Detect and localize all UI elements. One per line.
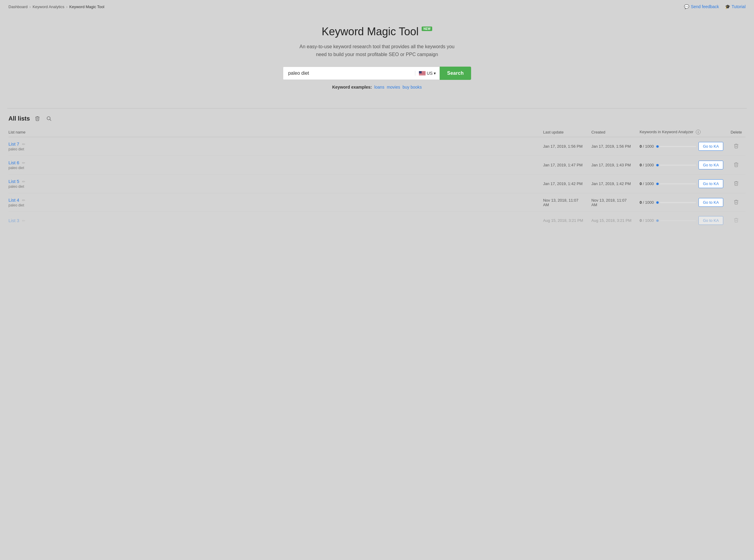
svg-point-14: [47, 117, 50, 120]
list-name-link-list4[interactable]: List 4: [8, 197, 19, 202]
breadcrumb-keyword-analytics[interactable]: Keyword Analytics: [33, 4, 64, 9]
cell-created-list6: Jan 17, 2019, 1:43 PM: [588, 156, 636, 175]
example-loans[interactable]: loans: [374, 85, 384, 89]
edit-icon-list4[interactable]: ✏: [22, 198, 25, 202]
list-tag-list6: paleo diet: [8, 166, 536, 170]
tutorial-link[interactable]: 🎓 Tutorial: [725, 4, 746, 9]
table-row: List 7 ✏ paleo diet Jan 17, 2019, 1:56 P…: [8, 137, 746, 156]
list-tag-list5: paleo diet: [8, 184, 536, 189]
go-to-ka-btn-list3[interactable]: Go to KA: [698, 216, 723, 225]
country-label: US: [427, 71, 432, 76]
delete-row-btn-list4[interactable]: [732, 198, 740, 207]
hero-title-wrap: Keyword Magic Tool NEW: [6, 25, 748, 38]
cell-list-name-list7: List 7 ✏ paleo diet: [8, 137, 540, 156]
list-tag-list4: paleo diet: [8, 203, 536, 207]
cell-created-list7: Jan 17, 2019, 1:56 PM: [588, 137, 636, 156]
delete-all-button[interactable]: [34, 115, 41, 122]
edit-icon-list7[interactable]: ✏: [22, 142, 25, 146]
cell-delete-list7: [727, 137, 746, 156]
go-to-ka-btn-list7[interactable]: Go to KA: [698, 142, 723, 151]
page-title: Keyword Magic Tool: [322, 25, 419, 38]
keywords-count-list3: 0 / 1000: [640, 218, 654, 223]
edit-icon-list3[interactable]: ✏: [22, 219, 25, 223]
svg-rect-7: [419, 74, 426, 74]
svg-rect-12: [419, 75, 426, 75]
svg-rect-9: [419, 74, 426, 75]
col-list-name: List name: [8, 127, 540, 137]
search-bar: US ▾ Search: [6, 66, 748, 80]
go-to-ka-btn-list5[interactable]: Go to KA: [698, 179, 723, 188]
cell-created-list5: Jan 17, 2019, 1:42 PM: [588, 175, 636, 193]
feedback-icon: 💬: [684, 4, 689, 9]
search-button[interactable]: Search: [440, 66, 471, 80]
keywords-info-icon[interactable]: i: [696, 129, 701, 135]
list-name-link-list3[interactable]: List 3: [8, 218, 19, 223]
cell-list-name-list6: List 6 ✏ paleo diet: [8, 156, 540, 175]
delete-row-btn-list3[interactable]: [732, 216, 740, 225]
cell-delete-list3: [727, 212, 746, 229]
svg-rect-8: [419, 74, 426, 74]
cell-last-update-list7: Jan 17, 2019, 1:56 PM: [540, 137, 588, 156]
tutorial-icon: 🎓: [725, 4, 730, 9]
search-input-container: US ▾: [283, 66, 440, 80]
hero-subtitle: An easy-to-use keyword research tool tha…: [6, 43, 748, 58]
list-name-link-list7[interactable]: List 7: [8, 141, 19, 146]
svg-rect-13: [419, 71, 422, 74]
send-feedback-link[interactable]: 💬 Send feedback: [684, 4, 719, 9]
progress-dot-list4: [656, 201, 659, 204]
breadcrumb-sep2: ›: [66, 4, 67, 9]
progress-bar-list3: [660, 220, 696, 221]
go-to-ka-btn-list6[interactable]: Go to KA: [698, 161, 723, 169]
cell-delete-list5: [727, 175, 746, 193]
table-row: List 3 ✏ Aug 15, 2018, 3:21 PM Aug 15, 2…: [8, 212, 746, 229]
delete-icon-list4: [734, 199, 739, 205]
lists-section: All lists List name Last update Created: [0, 108, 754, 235]
progress-bar-list6: [660, 164, 696, 166]
search-input[interactable]: [283, 67, 415, 80]
breadcrumb-dashboard[interactable]: Dashboard: [8, 4, 28, 9]
edit-icon-list6[interactable]: ✏: [22, 161, 25, 165]
delete-row-btn-list5[interactable]: [732, 179, 740, 188]
cell-created-list3: Aug 15, 2018, 3:21 PM: [588, 212, 636, 229]
progress-bar-list4: [660, 202, 696, 203]
cell-keywords-list5: 0 / 1000 Go to KA: [636, 175, 727, 193]
list-name-link-list5[interactable]: List 5: [8, 179, 19, 184]
progress-dot-list6: [656, 164, 659, 166]
keywords-count-list4: 0 / 1000: [640, 200, 654, 205]
progress-dot-list7: [656, 145, 659, 148]
table-row: List 5 ✏ paleo diet Jan 17, 2019, 1:42 P…: [8, 175, 746, 193]
cell-list-name-list4: List 4 ✏ paleo diet: [8, 193, 540, 212]
search-icon: [46, 116, 52, 121]
lists-body: List 7 ✏ paleo diet Jan 17, 2019, 1:56 P…: [8, 137, 746, 229]
list-tag-list7: paleo diet: [8, 147, 536, 151]
col-created: Created: [588, 127, 636, 137]
svg-line-15: [50, 120, 51, 121]
cell-keywords-list7: 0 / 1000 Go to KA: [636, 137, 727, 156]
cell-keywords-list3: 0 / 1000 Go to KA: [636, 212, 727, 229]
keywords-count-list7: 0 / 1000: [640, 144, 654, 148]
delete-icon-list6: [734, 162, 739, 167]
cell-created-list4: Nov 13, 2018, 11:07 AM: [588, 193, 636, 212]
go-to-ka-btn-list4[interactable]: Go to KA: [698, 198, 723, 207]
cell-last-update-list4: Nov 13, 2018, 11:07 AM: [540, 193, 588, 212]
progress-bar-list7: [660, 146, 696, 147]
new-badge: NEW: [422, 26, 432, 31]
progress-bar-list5: [660, 183, 696, 184]
country-selector[interactable]: US ▾: [415, 71, 440, 76]
delete-row-btn-list7[interactable]: [732, 142, 740, 151]
progress-dot-list3: [656, 219, 659, 222]
search-lists-button[interactable]: [45, 115, 53, 122]
breadcrumb-sep1: ›: [30, 4, 31, 9]
cell-delete-list6: [727, 156, 746, 175]
delete-row-btn-list6[interactable]: [732, 161, 740, 169]
cell-list-name-list5: List 5 ✏ paleo diet: [8, 175, 540, 193]
country-chevron-icon: ▾: [434, 71, 436, 76]
trash-icon: [35, 116, 40, 121]
top-nav: Dashboard › Keyword Analytics › Keyword …: [0, 0, 754, 13]
example-movies[interactable]: movies: [387, 85, 400, 89]
keyword-examples-label: Keyword examples:: [332, 85, 372, 89]
edit-icon-list5[interactable]: ✏: [22, 179, 25, 184]
example-buy-books[interactable]: buy books: [403, 85, 422, 89]
list-name-link-list6[interactable]: List 6: [8, 160, 19, 165]
lists-table: List name Last update Created Keywords i…: [8, 127, 746, 229]
